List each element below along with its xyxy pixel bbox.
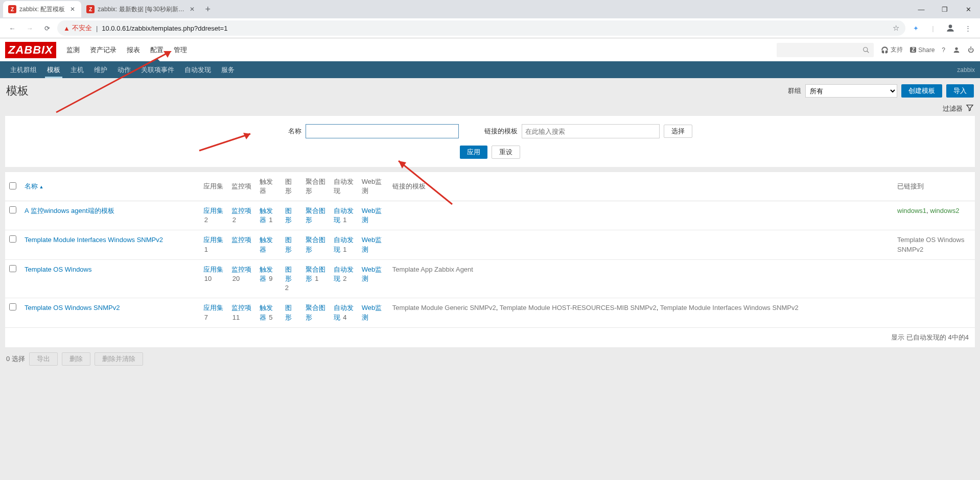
top-menu-0[interactable]: 监测 <box>61 38 85 61</box>
sub-menu-6[interactable]: 自动发现 <box>179 61 216 78</box>
table-footer: 显示 已自动发现的 4中的4 <box>5 328 975 347</box>
template-name-link[interactable]: Template Module Interfaces Windows SNMPv… <box>25 236 163 244</box>
cell-link[interactable]: Web监测 <box>362 266 382 282</box>
cell-link[interactable]: 监控项 <box>231 207 251 214</box>
cell-link[interactable]: 图形 <box>285 304 292 321</box>
forward-icon[interactable]: → <box>22 21 37 35</box>
col-linked-tpl: 链接的模板 <box>388 172 893 201</box>
share-link[interactable]: Z Share <box>910 46 935 54</box>
apply-button[interactable]: 应用 <box>460 146 487 159</box>
user-icon[interactable] <box>952 46 961 54</box>
browser-tab-0[interactable]: Z zabbix: 配置模板 ✕ <box>3 1 81 17</box>
zabbix-logo[interactable]: ZABBIX <box>5 42 56 58</box>
row-checkbox[interactable] <box>9 265 16 272</box>
sub-menu-7[interactable]: 服务 <box>216 61 240 78</box>
linked-tpl-link[interactable]: Template Module Interfaces Windows SNMPv… <box>660 304 799 311</box>
cell-link[interactable]: Web监测 <box>362 236 382 253</box>
extension-icon[interactable]: ✦ <box>908 21 923 35</box>
svg-point-0 <box>949 25 952 28</box>
import-button[interactable]: 导入 <box>946 84 974 98</box>
template-name-link[interactable]: Template OS Windows <box>25 266 92 273</box>
favicon-icon: Z <box>86 5 95 13</box>
create-template-button[interactable]: 创建模板 <box>901 84 942 98</box>
linked-tpl-link[interactable]: Template Module HOST-RESOURCES-MIB SNMPv… <box>500 304 657 311</box>
linked-to-link[interactable]: windows1 <box>897 207 926 214</box>
close-icon[interactable]: ✕ <box>188 6 197 13</box>
reload-icon[interactable]: ⟳ <box>40 21 54 35</box>
new-tab-button[interactable]: + <box>201 2 215 16</box>
sub-menu-0[interactable]: 主机群组 <box>5 61 42 78</box>
back-icon[interactable]: ← <box>5 21 19 35</box>
help-icon[interactable]: ? <box>942 46 945 54</box>
row-checkbox[interactable] <box>9 206 16 213</box>
cell-link[interactable]: 监控项 <box>231 266 251 273</box>
omnibox[interactable]: ▲ 不安全 | 10.0.0.61/zabbix/templates.php?d… <box>57 20 905 36</box>
col-triggers: 触发器 <box>255 172 281 201</box>
linked-to-link[interactable]: Template OS Windows SNMPv2 <box>897 236 965 253</box>
cell-link[interactable]: 图形 <box>285 207 292 224</box>
profile-icon[interactable] <box>943 21 958 35</box>
logout-icon[interactable]: ⏻ <box>968 46 974 54</box>
group-select[interactable]: 所有 <box>805 84 897 98</box>
select-all-checkbox[interactable] <box>9 182 16 189</box>
delete-clear-button[interactable]: 删除并清除 <box>95 352 143 366</box>
reset-button[interactable]: 重设 <box>492 146 520 159</box>
select-button[interactable]: 选择 <box>664 125 692 138</box>
global-search[interactable] <box>777 43 874 57</box>
filter-name-input[interactable] <box>306 124 459 138</box>
sub-menu-5[interactable]: 关联项事件 <box>136 61 179 78</box>
col-name[interactable]: 名称 <box>25 182 43 190</box>
sub-menu-3[interactable]: 维护 <box>89 61 112 78</box>
sub-menu-4[interactable]: 动作 <box>112 61 136 78</box>
support-link[interactable]: 🎧 支持 <box>881 45 903 54</box>
top-menu-2[interactable]: 报表 <box>122 38 145 61</box>
cell-link[interactable]: 图形 <box>285 266 292 282</box>
top-menu-4[interactable]: 管理 <box>169 38 192 61</box>
templates-table-wrap: 名称 应用集 监控项 触发器 图形 聚合图形 自动发现 Web监测 链接的模板 … <box>5 172 975 347</box>
cell-link[interactable]: 图形 <box>285 236 292 253</box>
cell-link[interactable]: 聚合图形 <box>306 304 325 321</box>
sub-nav-right: zabbix <box>957 66 975 74</box>
cell-link[interactable]: 应用集 <box>203 266 223 273</box>
row-checkbox[interactable] <box>9 303 16 310</box>
browser-tab-1[interactable]: Z zabbix: 最新数据 [每30秒刷新… ✕ <box>81 1 200 17</box>
sub-menu-1[interactable]: 模板 <box>42 61 65 78</box>
linked-tpl-link[interactable]: Template Module Generic SNMPv2 <box>392 304 496 311</box>
zabbix-topbar: ZABBIX 监测资产记录报表配置管理 🎧 支持 Z Share ? ⏻ <box>0 38 980 61</box>
filter-toggle[interactable]: 过滤器 <box>943 104 963 113</box>
top-right: 🎧 支持 Z Share ? ⏻ <box>777 43 980 57</box>
linked-tpl-link[interactable]: Template App Zabbix Agent <box>392 266 473 273</box>
cell-link[interactable]: 监控项 <box>231 304 251 311</box>
row-checkbox[interactable] <box>9 235 16 243</box>
cell-link[interactable]: 应用集 <box>203 207 223 214</box>
top-menu-3[interactable]: 配置 <box>145 38 169 61</box>
maximize-icon[interactable]: ❐ <box>933 1 956 17</box>
bookmark-icon[interactable]: ☆ <box>893 23 899 33</box>
funnel-icon[interactable] <box>966 104 974 114</box>
delete-button[interactable]: 删除 <box>62 352 90 366</box>
template-name-link[interactable]: A 监控windows agent端的模板 <box>25 207 114 214</box>
linked-to-link[interactable]: windows2 <box>930 207 959 214</box>
cell-link[interactable]: 应用集 <box>203 236 223 244</box>
top-menu-1[interactable]: 资产记录 <box>85 38 122 61</box>
close-icon[interactable]: ✕ <box>68 6 77 13</box>
cell-link[interactable]: Web监测 <box>362 304 382 321</box>
cell-link[interactable]: 监控项 <box>231 236 251 244</box>
minimize-icon[interactable]: — <box>909 1 933 17</box>
cell-link[interactable]: 应用集 <box>203 304 223 311</box>
window-controls: — ❐ ✕ <box>909 1 980 17</box>
group-label: 群组 <box>788 86 801 95</box>
tab-title: zabbix: 配置模板 <box>19 5 65 14</box>
menu-icon[interactable]: ⋮ <box>961 21 975 35</box>
cell-link[interactable]: 聚合图形 <box>306 236 325 253</box>
cell-link[interactable]: 触发器 <box>260 236 273 253</box>
export-button[interactable]: 导出 <box>29 352 58 366</box>
not-secure-badge: ▲ 不安全 <box>63 23 92 33</box>
template-name-link[interactable]: Template OS Windows SNMPv2 <box>25 304 120 311</box>
close-window-icon[interactable]: ✕ <box>956 1 980 17</box>
sub-menu-2[interactable]: 主机 <box>65 61 89 78</box>
cell-link[interactable]: Web监测 <box>362 207 382 224</box>
svg-point-1 <box>864 47 868 51</box>
filter-linked-input[interactable] <box>522 124 660 138</box>
cell-link[interactable]: 聚合图形 <box>306 207 325 224</box>
